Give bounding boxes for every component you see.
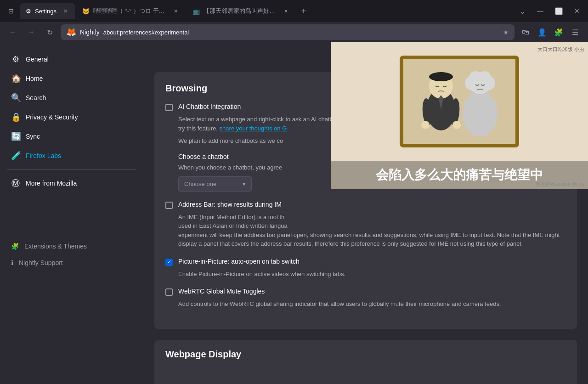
tab-pip[interactable]: 📺 【那天邻居家的鸟叫声好吵...】PICTURE-IN-PICTURE ✕ xyxy=(187,3,295,19)
tab-expand-button[interactable]: ⊟ xyxy=(4,4,18,18)
pip-tab-label: 【那天邻居家的鸟叫声好吵...】PICTURE-IN-PICTURE xyxy=(204,7,277,15)
content-area: 🔍 Find in Settings Browsing AI Chatbot I… xyxy=(143,42,588,384)
bilibili-tab-icon: 🐱 xyxy=(82,8,90,15)
tab-settings[interactable]: ⚙ Settings ✕ xyxy=(20,3,75,19)
tab-overflow-button[interactable]: ⌄ xyxy=(520,7,526,16)
sidebar-item-search[interactable]: 🔍 Search xyxy=(0,88,143,107)
sidebar-item-extensions[interactable]: 🧩 Extensions & Themes xyxy=(0,238,143,254)
webpage-display-title: Webpage Display xyxy=(165,349,566,360)
pip-cartoon-svg xyxy=(404,59,514,144)
address-bar-ime-desc-text1: An IME (Input Method Editor) is a tool t… xyxy=(178,214,284,220)
sidebar-item-support[interactable]: ℹ Nightly Support xyxy=(0,254,143,271)
toolbar-icons: 🛍 👤 🧩 ☰ xyxy=(518,25,582,40)
extensions-button[interactable]: 🧩 xyxy=(551,25,566,40)
chatbot-dropdown-chevron-icon: ▾ xyxy=(243,181,246,187)
svg-rect-0 xyxy=(404,59,514,144)
webrtc-mute-header: WebRTC Global Mute Toggles xyxy=(165,288,566,296)
more-mozilla-icon: Ⓜ xyxy=(11,178,20,189)
pip-auto-open-label: Picture-in-Picture: auto-open on tab swi… xyxy=(178,258,300,265)
menu-button[interactable]: ☰ xyxy=(568,25,582,40)
sidebar-label-firefox-labs: Firefox Labs xyxy=(26,152,61,159)
sidebar-label-extensions: Extensions & Themes xyxy=(24,243,87,250)
pip-cartoon-frame xyxy=(400,56,519,147)
nightly-brand-label: Nightly xyxy=(80,28,100,36)
sidebar-label-sync: Sync xyxy=(26,133,40,140)
ai-chatbot-checkbox[interactable] xyxy=(165,104,173,111)
settings-tab-close[interactable]: ✕ xyxy=(62,7,69,15)
pip-content: 大口大口吃米饭 小虫 xyxy=(331,42,588,189)
svg-point-7 xyxy=(421,121,430,129)
pip-image-area xyxy=(331,42,588,161)
general-icon: ⚙ xyxy=(11,54,20,64)
privacy-icon: 🔒 xyxy=(11,112,20,122)
settings-tab-label: Settings xyxy=(35,8,57,15)
pip-auto-open-setting: Picture-in-Picture: auto-open on tab swi… xyxy=(165,258,566,279)
sidebar-item-general[interactable]: ⚙ General xyxy=(0,50,143,69)
webrtc-mute-checkbox[interactable] xyxy=(165,288,173,296)
reload-button[interactable]: ↻ xyxy=(42,25,57,40)
profile-button[interactable]: 👤 xyxy=(535,25,549,40)
sidebar-label-general: General xyxy=(26,56,49,63)
address-bar-ime-label: Address Bar: show results during IM xyxy=(178,201,282,208)
address-bar-ime-setting: Address Bar: show results during IM An I… xyxy=(165,201,566,248)
webrtc-mute-setting: WebRTC Global Mute Toggles Add controls … xyxy=(165,288,566,309)
maximize-button[interactable]: ⬜ xyxy=(551,4,566,18)
firefox-labs-icon: 🧪 xyxy=(11,151,20,161)
tab-bilibili[interactable]: 🐱 哔哩哔哩（ °-° ）つロ 干杯~-bili ✕ xyxy=(77,3,185,19)
extensions-icon: 🧩 xyxy=(11,243,19,250)
address-bar-ime-header: Address Bar: show results during IM xyxy=(165,201,566,209)
bilibili-tab-label: 哔哩哔哩（ °-° ）つロ 干杯~-bili xyxy=(93,7,167,15)
sidebar-label-more-mozilla: More from Mozilla xyxy=(26,180,77,187)
sidebar-separator-bottom xyxy=(7,234,136,234)
pip-auto-open-header: Picture-in-Picture: auto-open on tab swi… xyxy=(165,258,566,266)
bookmark-star-icon[interactable]: ★ xyxy=(503,28,509,36)
settings-tab-icon: ⚙ xyxy=(26,8,31,15)
tab-bar: ⊟ ⚙ Settings ✕ 🐱 哔哩哔哩（ °-° ）つロ 干杯~-bili … xyxy=(0,0,588,22)
sidebar-item-home[interactable]: 🏠 Home xyxy=(0,69,143,88)
pocket-button[interactable]: 🛍 xyxy=(518,25,533,40)
ai-chatbot-desc-text2: try this feature, xyxy=(178,125,220,132)
sidebar-item-more-mozilla[interactable]: Ⓜ More from Mozilla xyxy=(0,173,143,193)
address-bar-ime-desc-text2: used in East Asian or Indic written lang… xyxy=(178,222,288,229)
webpage-display-section: Webpage Display xyxy=(154,340,577,384)
new-tab-button[interactable]: + xyxy=(297,5,310,17)
forward-button[interactable]: → xyxy=(24,25,39,40)
minimize-button[interactable]: — xyxy=(533,4,548,18)
sidebar-item-firefox-labs[interactable]: 🧪 Firefox Labs xyxy=(0,146,143,165)
pip-auto-open-desc: Enable Picture-in-Picture on active vide… xyxy=(178,270,566,279)
chatbot-dropdown[interactable]: Choose one ▾ xyxy=(178,176,252,192)
svg-point-3 xyxy=(429,72,453,81)
sidebar-separator xyxy=(7,169,136,169)
search-icon: 🔍 xyxy=(11,93,20,103)
main-layout: ⚙ General 🏠 Home 🔍 Search 🔒 Privacy & Se… xyxy=(0,42,588,384)
address-bar-icons: ★ xyxy=(503,28,509,36)
pip-watermark: 大口大口吃米饭 小虫 xyxy=(537,46,584,53)
support-icon: ℹ xyxy=(11,259,13,266)
firefox-nightly-logo: 🦊 xyxy=(66,27,76,37)
pip-tab-close[interactable]: ✕ xyxy=(283,7,290,15)
address-bar-ime-checkbox[interactable] xyxy=(165,202,173,209)
pip-auto-open-checkbox[interactable] xyxy=(165,259,173,266)
address-bar[interactable]: 🦊 Nightly about:preferences#experimental… xyxy=(61,24,514,40)
sidebar: ⚙ General 🏠 Home 🔍 Search 🔒 Privacy & Se… xyxy=(0,42,143,384)
ai-chatbot-link[interactable]: share your thoughts on G xyxy=(220,125,287,132)
ai-chatbot-extra-text: We plan to add more chatbots as we co xyxy=(178,137,283,144)
sidebar-label-privacy: Privacy & Security xyxy=(26,113,78,121)
address-bar-ime-desc: An IME (Input Method Editor) is a tool t… xyxy=(178,213,566,248)
webrtc-mute-label: WebRTC Global Mute Toggles xyxy=(178,288,265,295)
webrtc-mute-desc: Add controls to the WebRTC global sharin… xyxy=(178,299,566,309)
svg-point-8 xyxy=(452,121,461,129)
back-button[interactable]: ← xyxy=(6,25,20,40)
bilibili-tab-close[interactable]: ✕ xyxy=(172,7,180,15)
close-button[interactable]: ✕ xyxy=(570,4,584,18)
home-icon: 🏠 xyxy=(11,73,20,84)
sidebar-item-privacy[interactable]: 🔒 Privacy & Security xyxy=(0,107,143,127)
chatbot-dropdown-value: Choose one xyxy=(184,181,216,187)
pip-overlay: 大口大口吃米饭 小虫 xyxy=(331,42,588,189)
sidebar-item-sync[interactable]: 🔄 Sync xyxy=(0,127,143,146)
address-bar-ime-desc-text3: experiment will keep the address bar pan… xyxy=(178,232,560,248)
svg-point-18 xyxy=(478,71,491,84)
pip-subtitle-text: 会陷入多么大的痛苦与绝望中 xyxy=(376,168,543,182)
sidebar-label-search: Search xyxy=(26,94,46,102)
ai-chatbot-label: AI Chatbot Integration xyxy=(178,103,241,110)
